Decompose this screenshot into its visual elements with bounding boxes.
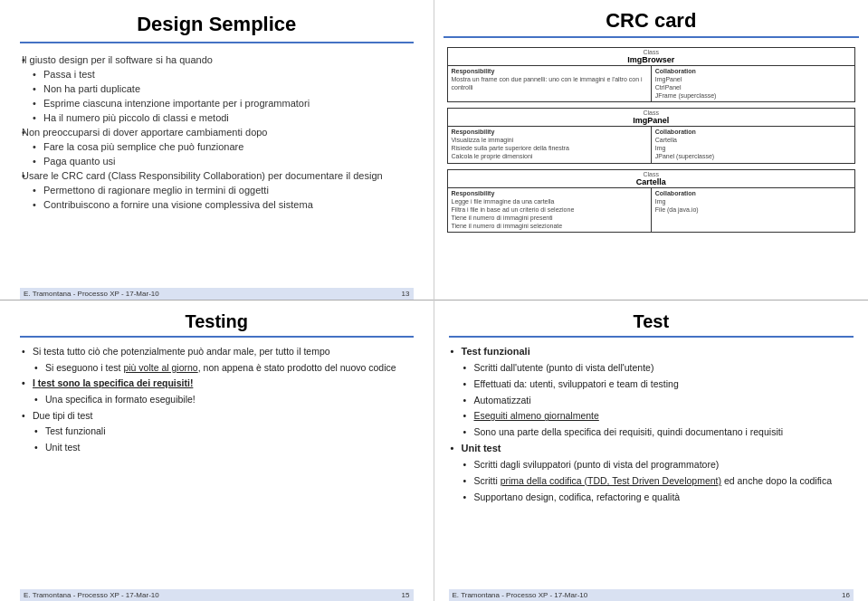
card-label: Class [452,171,852,177]
col-header: Responsibility [452,129,647,135]
crc-card-cartella: Class Cartella Responsibility Legge i fi… [447,169,856,233]
page-number: 16 [842,591,850,599]
footer-text: E. Tramontana - Processo XP - 17-Mar-10 [24,290,159,298]
col-header: Collaboration [655,129,851,135]
crc-card-body: Responsibility Legge i file immagine da … [448,188,855,232]
footer-text: E. Tramontana - Processo XP - 17-Mar-10 [453,591,588,599]
crc-cards-area: Class ImgBrowser Responsibility Mostra u… [444,47,860,300]
col-content: ImgFile (da java.io) [655,197,851,214]
title-divider [20,42,414,43]
col-header: Collaboration [655,190,851,196]
crc-card-section: CRC card Class ImgBrowser Responsibility… [434,0,869,300]
crc-card-header: Class Cartella [448,170,855,188]
testing-item: Si eseguono i test più volte al giorno, … [20,361,414,375]
test-item: Automatizzati [449,394,854,407]
test-item: Test funzionali [449,345,854,358]
crc-collaboration: Collaboration ImgFile (da java.io) [652,188,854,232]
crc-card-imgbrowser: Class ImgBrowser Responsibility Mostra u… [447,47,856,102]
crc-card-imgpanel: Class ImgPanel Responsibility Visualizza… [447,108,856,163]
list-item: Contribuiscono a fornire una visione com… [20,199,414,210]
test-item: Scritti dagli sviluppatori (punto di vis… [449,458,854,472]
page-number: 13 [402,290,410,298]
card-class-name: Cartella [452,177,852,186]
testing-section: Testing Si testa tutto ciò che potenzial… [0,300,434,601]
list-item: Esprime ciascuna intenzione importante p… [20,98,414,109]
list-item: Permettono di ragionare meglio in termin… [20,185,414,196]
list-item: Non ha parti duplicate [20,83,414,94]
card-class-name: ImgPanel [452,116,852,125]
col-content: Mostra un frame con due pannelli: uno co… [452,75,647,91]
crc-card-title: CRC card [444,9,860,33]
testing-title: Testing [20,311,414,332]
col-header: Responsibility [452,190,647,196]
left-panel: Design Semplice Il giusto design per il … [0,0,434,601]
card-class-name: ImgBrowser [452,55,852,64]
col-content: ImgPanelCtrlPanelJFrame (superclasse) [655,75,851,100]
test-section: Test Test funzionali Scritti dall'utente… [434,300,869,601]
testing-item: Una specifica in formato eseguibile! [20,393,414,406]
crc-card-header: Class ImgBrowser [448,48,855,66]
testing-item: Due tipi di test [20,409,414,423]
footer-text: E. Tramontana - Processo XP - 17-Mar-10 [24,591,159,599]
crc-card-body: Responsibility Visualizza le immaginiRis… [448,127,855,162]
testing-divider [20,336,414,338]
test-item: Scritti dall'utente (punto di vista dell… [449,361,854,375]
col-header: Collaboration [655,68,851,74]
test-item: Scritti prima della codifica (TDD, Test … [449,474,854,488]
testing-item-unit-test: Unit test [20,441,414,454]
test-item: Supportano design, codifica, refactoring… [449,491,854,504]
test-item: Sono una parte della specifica dei requi… [449,425,854,439]
crc-responsibility: Responsibility Visualizza le immaginiRis… [448,127,652,162]
crc-responsibility: Responsibility Mostra un frame con due p… [448,66,652,101]
page-number: 15 [402,591,410,599]
right-panel: CRC card Class ImgBrowser Responsibility… [434,0,869,601]
list-item: Paga quanto usi [20,156,414,167]
design-semplice-title: Design Semplice [20,13,414,36]
list-item: Il giusto design per il software si ha q… [20,54,414,65]
crc-title-divider [444,36,860,38]
crc-collaboration: Collaboration CartellaImgJPanel (supercl… [652,127,854,162]
testing-item: Test funzionali [20,425,414,438]
test-item: Unit test [449,442,854,455]
footer-bar-test: E. Tramontana - Processo XP - 17-Mar-10 … [449,589,854,601]
testing-item: I test sono la specifica dei requisiti! [20,377,414,390]
crc-responsibility: Responsibility Legge i file immagine da … [448,188,652,232]
test-item: Effettuati da: utenti, sviluppatori e te… [449,377,854,391]
footer-bar-design: E. Tramontana - Processo XP - 17-Mar-10 … [20,288,414,300]
card-label: Class [452,110,852,116]
list-item: Fare la cosa più semplice che può funzio… [20,141,414,152]
testing-item: Si testa tutto ciò che potenzialmente pu… [20,345,414,358]
col-content: Legge i file immagine da una cartellaFil… [452,197,647,230]
crc-collaboration: Collaboration ImgPanelCtrlPanelJFrame (s… [652,66,854,101]
test-title: Test [449,311,854,332]
col-header: Responsibility [452,68,647,74]
col-content: Visualizza le immaginiRisiede sulla part… [452,136,647,160]
footer-bar-testing: E. Tramontana - Processo XP - 17-Mar-10 … [20,589,414,601]
list-item: Ha il numero più piccolo di classi e met… [20,112,414,123]
crc-card-header: Class ImgPanel [448,109,855,127]
list-item: Non preoccuparsi di dover apportare camb… [20,127,414,138]
crc-card-body: Responsibility Mostra un frame con due p… [448,66,855,101]
test-item: Eseguiti almeno giornalmente [449,409,854,423]
col-content: CartellaImgJPanel (superclasse) [655,136,851,160]
test-divider [449,336,854,338]
design-semplice-section: Design Semplice Il giusto design per il … [0,0,434,300]
design-semplice-list: Il giusto design per il software si ha q… [20,54,414,214]
list-item: Passa i test [20,69,414,80]
card-label: Class [452,49,852,55]
list-item: Usare le CRC card (Class Responsibility … [20,170,414,181]
